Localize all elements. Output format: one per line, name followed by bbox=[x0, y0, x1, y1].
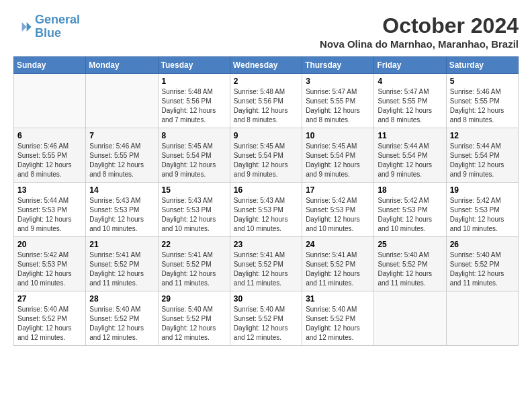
calendar-day-cell: 14Sunrise: 5:43 AM Sunset: 5:53 PM Dayli… bbox=[86, 183, 158, 237]
day-info: Sunrise: 5:40 AM Sunset: 5:52 PM Dayligh… bbox=[162, 305, 226, 342]
day-info: Sunrise: 5:45 AM Sunset: 5:54 PM Dayligh… bbox=[234, 142, 298, 179]
weekday-header-cell: Monday bbox=[86, 57, 158, 74]
day-info: Sunrise: 5:40 AM Sunset: 5:52 PM Dayligh… bbox=[450, 250, 515, 288]
calendar-day-cell: 22Sunrise: 5:41 AM Sunset: 5:52 PM Dayli… bbox=[158, 237, 230, 291]
day-number: 28 bbox=[89, 294, 154, 304]
day-number: 7 bbox=[89, 131, 154, 140]
calendar-day-cell bbox=[374, 291, 446, 346]
day-info: Sunrise: 5:40 AM Sunset: 5:52 PM Dayligh… bbox=[306, 305, 370, 342]
day-info: Sunrise: 5:46 AM Sunset: 5:55 PM Dayligh… bbox=[450, 87, 515, 125]
day-info: Sunrise: 5:41 AM Sunset: 5:52 PM Dayligh… bbox=[234, 250, 298, 288]
day-info: Sunrise: 5:43 AM Sunset: 5:53 PM Dayligh… bbox=[162, 196, 226, 234]
calendar-day-cell: 31Sunrise: 5:40 AM Sunset: 5:52 PM Dayli… bbox=[302, 291, 374, 346]
svg-marker-1 bbox=[22, 22, 27, 32]
day-info: Sunrise: 5:43 AM Sunset: 5:53 PM Dayligh… bbox=[89, 196, 154, 234]
calendar-day-cell: 30Sunrise: 5:40 AM Sunset: 5:52 PM Dayli… bbox=[230, 291, 302, 346]
day-info: Sunrise: 5:47 AM Sunset: 5:55 PM Dayligh… bbox=[378, 87, 442, 125]
day-info: Sunrise: 5:40 AM Sunset: 5:52 PM Dayligh… bbox=[378, 250, 442, 288]
logo-icon bbox=[13, 17, 32, 36]
calendar-day-cell bbox=[446, 291, 518, 346]
calendar-day-cell: 9Sunrise: 5:45 AM Sunset: 5:54 PM Daylig… bbox=[230, 128, 302, 183]
calendar-day-cell: 6Sunrise: 5:46 AM Sunset: 5:55 PM Daylig… bbox=[14, 128, 86, 183]
calendar-day-cell: 7Sunrise: 5:46 AM Sunset: 5:55 PM Daylig… bbox=[86, 128, 158, 183]
day-info: Sunrise: 5:48 AM Sunset: 5:56 PM Dayligh… bbox=[162, 87, 226, 125]
calendar-day-cell: 15Sunrise: 5:43 AM Sunset: 5:53 PM Dayli… bbox=[158, 183, 230, 237]
calendar-day-cell: 24Sunrise: 5:41 AM Sunset: 5:52 PM Dayli… bbox=[302, 237, 374, 291]
day-info: Sunrise: 5:46 AM Sunset: 5:55 PM Dayligh… bbox=[17, 142, 82, 179]
day-info: Sunrise: 5:48 AM Sunset: 5:56 PM Dayligh… bbox=[234, 87, 298, 125]
day-info: Sunrise: 5:44 AM Sunset: 5:54 PM Dayligh… bbox=[450, 142, 515, 179]
weekday-header-cell: Wednesday bbox=[230, 57, 302, 74]
day-number: 21 bbox=[89, 240, 154, 249]
calendar-day-cell bbox=[86, 74, 158, 128]
weekday-header-cell: Sunday bbox=[14, 57, 86, 74]
day-info: Sunrise: 5:45 AM Sunset: 5:54 PM Dayligh… bbox=[162, 142, 226, 179]
day-info: Sunrise: 5:44 AM Sunset: 5:54 PM Dayligh… bbox=[378, 142, 442, 179]
weekday-header-cell: Tuesday bbox=[158, 57, 230, 74]
calendar-day-cell: 27Sunrise: 5:40 AM Sunset: 5:52 PM Dayli… bbox=[14, 291, 86, 346]
day-number: 5 bbox=[450, 77, 515, 86]
day-info: Sunrise: 5:45 AM Sunset: 5:54 PM Dayligh… bbox=[306, 142, 370, 179]
day-info: Sunrise: 5:42 AM Sunset: 5:53 PM Dayligh… bbox=[378, 196, 442, 234]
day-number: 14 bbox=[89, 185, 154, 195]
day-number: 30 bbox=[234, 294, 298, 304]
day-info: Sunrise: 5:43 AM Sunset: 5:53 PM Dayligh… bbox=[234, 196, 298, 234]
day-number: 1 bbox=[162, 77, 226, 86]
day-number: 8 bbox=[162, 131, 226, 140]
calendar-day-cell: 29Sunrise: 5:40 AM Sunset: 5:52 PM Dayli… bbox=[158, 291, 230, 346]
day-info: Sunrise: 5:40 AM Sunset: 5:52 PM Dayligh… bbox=[234, 305, 298, 342]
calendar-day-cell: 10Sunrise: 5:45 AM Sunset: 5:54 PM Dayli… bbox=[302, 128, 374, 183]
calendar-day-cell: 23Sunrise: 5:41 AM Sunset: 5:52 PM Dayli… bbox=[230, 237, 302, 291]
calendar-week-row: 1Sunrise: 5:48 AM Sunset: 5:56 PM Daylig… bbox=[14, 74, 519, 128]
calendar-day-cell: 11Sunrise: 5:44 AM Sunset: 5:54 PM Dayli… bbox=[374, 128, 446, 183]
title-block: October 2024 Nova Olina do Marnhao, Mara… bbox=[320, 13, 519, 50]
day-info: Sunrise: 5:47 AM Sunset: 5:55 PM Dayligh… bbox=[306, 87, 370, 125]
day-info: Sunrise: 5:41 AM Sunset: 5:52 PM Dayligh… bbox=[162, 250, 226, 288]
day-info: Sunrise: 5:41 AM Sunset: 5:52 PM Dayligh… bbox=[89, 250, 154, 288]
month-title: October 2024 bbox=[320, 13, 519, 38]
weekday-header-row: SundayMondayTuesdayWednesdayThursdayFrid… bbox=[14, 57, 519, 74]
calendar-week-row: 6Sunrise: 5:46 AM Sunset: 5:55 PM Daylig… bbox=[14, 128, 519, 183]
day-number: 10 bbox=[306, 131, 370, 140]
calendar-day-cell: 18Sunrise: 5:42 AM Sunset: 5:53 PM Dayli… bbox=[374, 183, 446, 237]
calendar-week-row: 13Sunrise: 5:44 AM Sunset: 5:53 PM Dayli… bbox=[14, 183, 519, 237]
day-number: 19 bbox=[450, 185, 515, 195]
day-number: 25 bbox=[378, 240, 442, 249]
day-number: 3 bbox=[306, 77, 370, 86]
day-number: 24 bbox=[306, 240, 370, 249]
calendar-day-cell bbox=[14, 74, 86, 128]
day-info: Sunrise: 5:42 AM Sunset: 5:53 PM Dayligh… bbox=[306, 196, 370, 234]
calendar-day-cell: 28Sunrise: 5:40 AM Sunset: 5:52 PM Dayli… bbox=[86, 291, 158, 346]
calendar-week-row: 20Sunrise: 5:42 AM Sunset: 5:53 PM Dayli… bbox=[14, 237, 519, 291]
day-number: 2 bbox=[234, 77, 298, 86]
logo: General Blue bbox=[13, 13, 80, 40]
day-number: 23 bbox=[234, 240, 298, 249]
day-info: Sunrise: 5:42 AM Sunset: 5:53 PM Dayligh… bbox=[17, 250, 82, 288]
day-number: 22 bbox=[162, 240, 226, 249]
day-info: Sunrise: 5:40 AM Sunset: 5:52 PM Dayligh… bbox=[89, 305, 154, 342]
day-number: 11 bbox=[378, 131, 442, 140]
calendar-day-cell: 21Sunrise: 5:41 AM Sunset: 5:52 PM Dayli… bbox=[86, 237, 158, 291]
calendar-day-cell: 1Sunrise: 5:48 AM Sunset: 5:56 PM Daylig… bbox=[158, 74, 230, 128]
calendar-day-cell: 8Sunrise: 5:45 AM Sunset: 5:54 PM Daylig… bbox=[158, 128, 230, 183]
calendar-day-cell: 25Sunrise: 5:40 AM Sunset: 5:52 PM Dayli… bbox=[374, 237, 446, 291]
calendar-week-row: 27Sunrise: 5:40 AM Sunset: 5:52 PM Dayli… bbox=[14, 291, 519, 346]
weekday-header-cell: Thursday bbox=[302, 57, 374, 74]
svg-marker-0 bbox=[27, 22, 32, 32]
day-number: 16 bbox=[234, 185, 298, 195]
calendar-day-cell: 5Sunrise: 5:46 AM Sunset: 5:55 PM Daylig… bbox=[446, 74, 518, 128]
logo-text: General Blue bbox=[35, 13, 80, 40]
day-number: 20 bbox=[17, 240, 82, 249]
day-number: 6 bbox=[17, 131, 82, 140]
calendar-day-cell: 13Sunrise: 5:44 AM Sunset: 5:53 PM Dayli… bbox=[14, 183, 86, 237]
calendar-day-cell: 16Sunrise: 5:43 AM Sunset: 5:53 PM Dayli… bbox=[230, 183, 302, 237]
day-number: 31 bbox=[306, 294, 370, 304]
day-info: Sunrise: 5:40 AM Sunset: 5:52 PM Dayligh… bbox=[17, 305, 82, 342]
weekday-header-cell: Saturday bbox=[446, 57, 518, 74]
day-info: Sunrise: 5:42 AM Sunset: 5:53 PM Dayligh… bbox=[450, 196, 515, 234]
day-number: 18 bbox=[378, 185, 442, 195]
calendar-day-cell: 26Sunrise: 5:40 AM Sunset: 5:52 PM Dayli… bbox=[446, 237, 518, 291]
calendar-day-cell: 19Sunrise: 5:42 AM Sunset: 5:53 PM Dayli… bbox=[446, 183, 518, 237]
day-number: 12 bbox=[450, 131, 515, 140]
day-number: 29 bbox=[162, 294, 226, 304]
